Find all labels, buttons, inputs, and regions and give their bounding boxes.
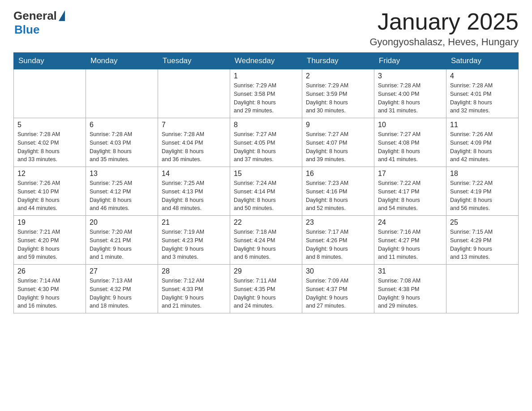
day-number: 22 — [234, 218, 298, 227]
day-number: 16 — [306, 170, 370, 178]
day-info: Sunrise: 7:28 AM Sunset: 4:00 PM Dayligh… — [378, 81, 442, 115]
calendar-cell: 9Sunrise: 7:27 AM Sunset: 4:07 PM Daylig… — [302, 118, 374, 167]
day-number: 25 — [450, 218, 515, 227]
day-info: Sunrise: 7:27 AM Sunset: 4:08 PM Dayligh… — [378, 130, 442, 164]
day-number: 17 — [378, 170, 442, 178]
calendar-cell: 10Sunrise: 7:27 AM Sunset: 4:08 PM Dayli… — [374, 118, 446, 167]
calendar-cell: 29Sunrise: 7:11 AM Sunset: 4:35 PM Dayli… — [230, 265, 302, 313]
logo-general-text: General — [13, 9, 57, 23]
calendar-cell — [446, 265, 519, 313]
day-info: Sunrise: 7:28 AM Sunset: 4:04 PM Dayligh… — [162, 130, 226, 164]
day-number: 18 — [450, 170, 515, 178]
day-info: Sunrise: 7:27 AM Sunset: 4:05 PM Dayligh… — [234, 130, 298, 164]
calendar-cell: 17Sunrise: 7:22 AM Sunset: 4:17 PM Dayli… — [374, 167, 446, 216]
calendar-cell — [86, 69, 158, 118]
day-number: 26 — [17, 267, 82, 275]
day-info: Sunrise: 7:18 AM Sunset: 4:24 PM Dayligh… — [234, 228, 298, 261]
day-of-week-header: Wednesday — [230, 53, 302, 69]
day-number: 2 — [306, 72, 370, 80]
day-info: Sunrise: 7:19 AM Sunset: 4:23 PM Dayligh… — [162, 228, 226, 261]
month-title: January 2025 — [369, 9, 519, 34]
calendar-table: SundayMondayTuesdayWednesdayThursdayFrid… — [13, 52, 519, 313]
day-info: Sunrise: 7:23 AM Sunset: 4:16 PM Dayligh… — [306, 179, 370, 213]
calendar-cell: 24Sunrise: 7:16 AM Sunset: 4:27 PM Dayli… — [374, 216, 446, 265]
day-number: 27 — [90, 267, 154, 275]
calendar-cell — [158, 69, 230, 118]
day-of-week-header: Friday — [374, 53, 446, 69]
day-info: Sunrise: 7:12 AM Sunset: 4:33 PM Dayligh… — [162, 277, 226, 310]
day-info: Sunrise: 7:25 AM Sunset: 4:13 PM Dayligh… — [162, 179, 226, 213]
day-number: 29 — [234, 267, 298, 275]
logo-triangle-icon — [59, 10, 65, 21]
day-info: Sunrise: 7:28 AM Sunset: 4:01 PM Dayligh… — [450, 81, 515, 115]
day-info: Sunrise: 7:26 AM Sunset: 4:09 PM Dayligh… — [450, 130, 515, 164]
day-info: Sunrise: 7:21 AM Sunset: 4:20 PM Dayligh… — [17, 228, 82, 261]
day-of-week-header: Monday — [86, 53, 158, 69]
calendar-cell: 13Sunrise: 7:25 AM Sunset: 4:12 PM Dayli… — [86, 167, 158, 216]
day-of-week-header: Sunday — [14, 53, 86, 69]
day-info: Sunrise: 7:14 AM Sunset: 4:30 PM Dayligh… — [17, 277, 82, 310]
day-number: 4 — [450, 72, 515, 80]
day-info: Sunrise: 7:28 AM Sunset: 4:03 PM Dayligh… — [90, 130, 154, 164]
day-number: 8 — [234, 121, 298, 129]
day-info: Sunrise: 7:11 AM Sunset: 4:35 PM Dayligh… — [234, 277, 298, 310]
calendar-week-row: 26Sunrise: 7:14 AM Sunset: 4:30 PM Dayli… — [14, 265, 519, 313]
day-info: Sunrise: 7:08 AM Sunset: 4:38 PM Dayligh… — [378, 277, 442, 310]
calendar-week-row: 5Sunrise: 7:28 AM Sunset: 4:02 PM Daylig… — [14, 118, 519, 167]
calendar-cell: 21Sunrise: 7:19 AM Sunset: 4:23 PM Dayli… — [158, 216, 230, 265]
day-info: Sunrise: 7:28 AM Sunset: 4:02 PM Dayligh… — [17, 130, 82, 164]
day-number: 23 — [306, 218, 370, 227]
calendar-cell: 14Sunrise: 7:25 AM Sunset: 4:13 PM Dayli… — [158, 167, 230, 216]
location-title: Gyongyoshalasz, Heves, Hungary — [369, 36, 519, 48]
calendar-cell: 12Sunrise: 7:26 AM Sunset: 4:10 PM Dayli… — [14, 167, 86, 216]
day-number: 14 — [162, 170, 226, 178]
day-info: Sunrise: 7:25 AM Sunset: 4:12 PM Dayligh… — [90, 179, 154, 213]
calendar-cell: 18Sunrise: 7:22 AM Sunset: 4:19 PM Dayli… — [446, 167, 519, 216]
day-number: 20 — [90, 218, 154, 227]
calendar-cell: 11Sunrise: 7:26 AM Sunset: 4:09 PM Dayli… — [446, 118, 519, 167]
calendar-cell: 16Sunrise: 7:23 AM Sunset: 4:16 PM Dayli… — [302, 167, 374, 216]
day-of-week-header: Saturday — [446, 53, 519, 69]
day-info: Sunrise: 7:29 AM Sunset: 3:58 PM Dayligh… — [234, 81, 298, 115]
day-number: 7 — [162, 121, 226, 129]
calendar-cell: 8Sunrise: 7:27 AM Sunset: 4:05 PM Daylig… — [230, 118, 302, 167]
day-info: Sunrise: 7:16 AM Sunset: 4:27 PM Dayligh… — [378, 228, 442, 261]
day-number: 10 — [378, 121, 442, 129]
day-info: Sunrise: 7:13 AM Sunset: 4:32 PM Dayligh… — [90, 277, 154, 310]
day-number: 15 — [234, 170, 298, 178]
calendar-cell: 3Sunrise: 7:28 AM Sunset: 4:00 PM Daylig… — [374, 69, 446, 118]
day-of-week-header: Tuesday — [158, 53, 230, 69]
calendar-cell: 28Sunrise: 7:12 AM Sunset: 4:33 PM Dayli… — [158, 265, 230, 313]
day-info: Sunrise: 7:26 AM Sunset: 4:10 PM Dayligh… — [17, 179, 82, 213]
day-number: 5 — [17, 121, 82, 129]
calendar-cell: 19Sunrise: 7:21 AM Sunset: 4:20 PM Dayli… — [14, 216, 86, 265]
day-number: 21 — [162, 218, 226, 227]
header: General Blue January 2025 Gyongyoshalasz… — [13, 9, 519, 48]
day-info: Sunrise: 7:22 AM Sunset: 4:17 PM Dayligh… — [378, 179, 442, 213]
day-info: Sunrise: 7:15 AM Sunset: 4:29 PM Dayligh… — [450, 228, 515, 261]
day-number: 11 — [450, 121, 515, 129]
day-number: 24 — [378, 218, 442, 227]
logo: General Blue — [13, 9, 65, 37]
day-number: 28 — [162, 267, 226, 275]
day-number: 30 — [306, 267, 370, 275]
calendar-cell: 22Sunrise: 7:18 AM Sunset: 4:24 PM Dayli… — [230, 216, 302, 265]
logo-blue-text: Blue — [14, 23, 39, 37]
calendar-cell: 20Sunrise: 7:20 AM Sunset: 4:21 PM Dayli… — [86, 216, 158, 265]
day-info: Sunrise: 7:24 AM Sunset: 4:14 PM Dayligh… — [234, 179, 298, 213]
calendar-cell: 2Sunrise: 7:29 AM Sunset: 3:59 PM Daylig… — [302, 69, 374, 118]
day-info: Sunrise: 7:22 AM Sunset: 4:19 PM Dayligh… — [450, 179, 515, 213]
day-number: 3 — [378, 72, 442, 80]
calendar-cell: 1Sunrise: 7:29 AM Sunset: 3:58 PM Daylig… — [230, 69, 302, 118]
day-number: 31 — [378, 267, 442, 275]
day-info: Sunrise: 7:27 AM Sunset: 4:07 PM Dayligh… — [306, 130, 370, 164]
calendar-week-row: 1Sunrise: 7:29 AM Sunset: 3:58 PM Daylig… — [14, 69, 519, 118]
calendar-cell: 4Sunrise: 7:28 AM Sunset: 4:01 PM Daylig… — [446, 69, 519, 118]
calendar-cell: 26Sunrise: 7:14 AM Sunset: 4:30 PM Dayli… — [14, 265, 86, 313]
calendar-cell: 5Sunrise: 7:28 AM Sunset: 4:02 PM Daylig… — [14, 118, 86, 167]
title-area: January 2025 Gyongyoshalasz, Heves, Hung… — [369, 9, 519, 48]
calendar-cell: 23Sunrise: 7:17 AM Sunset: 4:26 PM Dayli… — [302, 216, 374, 265]
day-number: 12 — [17, 170, 82, 178]
day-number: 19 — [17, 218, 82, 227]
calendar-cell: 25Sunrise: 7:15 AM Sunset: 4:29 PM Dayli… — [446, 216, 519, 265]
